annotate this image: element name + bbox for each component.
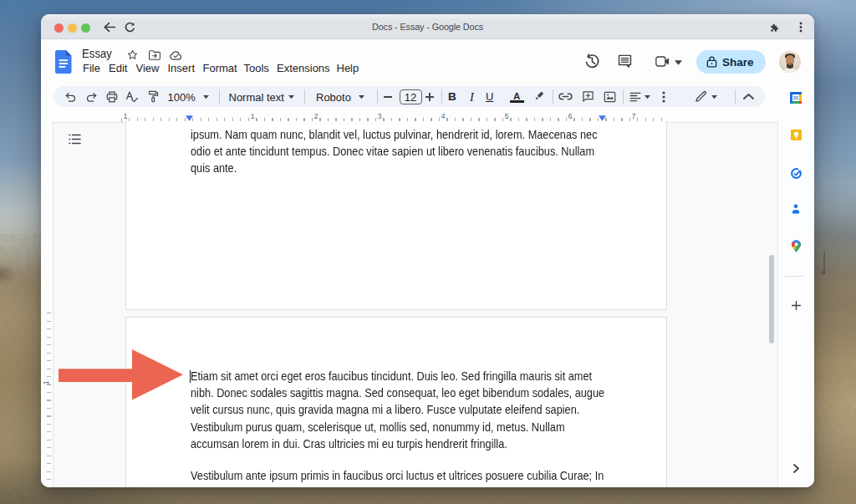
svg-text:31: 31 bbox=[793, 95, 799, 100]
